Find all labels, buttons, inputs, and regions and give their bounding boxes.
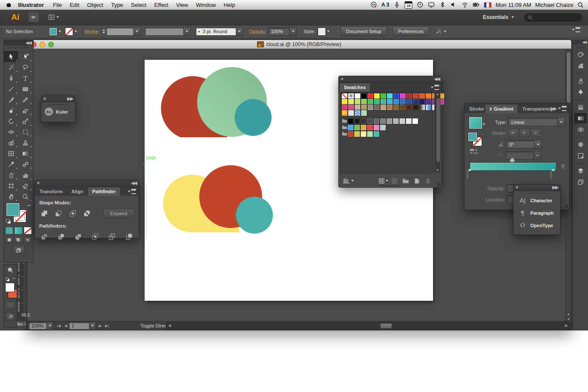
free-transform-tool[interactable] — [18, 127, 32, 137]
color-mode-none[interactable] — [24, 227, 32, 235]
expand-icon[interactable]: ▶▶ — [67, 96, 73, 102]
app-badge-icon[interactable]: A 3 — [381, 1, 389, 9]
swatch[interactable] — [419, 104, 425, 111]
gradient-type-select[interactable]: Linear — [508, 118, 558, 126]
shape-builder-tool[interactable] — [4, 137, 18, 148]
swatch-options-button[interactable] — [391, 176, 398, 185]
swatch[interactable] — [380, 124, 386, 131]
direct-selection-tool[interactable] — [18, 51, 32, 62]
swatch[interactable] — [399, 104, 406, 111]
swatch[interactable] — [347, 131, 354, 137]
panel-menu-icon[interactable] — [128, 189, 136, 194]
scroll-up-arrow[interactable]: ▲ — [567, 312, 570, 315]
draw-inside-button[interactable] — [24, 237, 32, 243]
scroll-up-arrow[interactable]: ▲ — [436, 93, 439, 96]
swap-fill-stroke-icon[interactable] — [26, 203, 32, 210]
stroke-weight-field[interactable] — [106, 28, 134, 36]
page-text-object[interactable]: page — [146, 155, 156, 160]
blob-brush-tool[interactable] — [4, 105, 18, 116]
swatch[interactable] — [399, 118, 405, 124]
menu-edit[interactable]: Edit — [66, 2, 83, 8]
dock-group-grip[interactable] — [576, 136, 585, 139]
bridge-button[interactable]: Br — [29, 13, 38, 22]
symbols-panel-button[interactable] — [575, 87, 587, 97]
scroll-left-arrow[interactable]: ◀ — [168, 324, 171, 327]
swatch[interactable] — [341, 110, 348, 116]
swatch[interactable] — [354, 124, 360, 131]
zoom-tool[interactable] — [18, 191, 32, 202]
swatches-panel-header[interactable]: × ◀◀ — [339, 76, 442, 83]
default-fill-stroke-icon[interactable] — [6, 218, 11, 226]
color-group-folder-icon[interactable] — [341, 124, 347, 130]
menu-object[interactable]: Object — [83, 2, 107, 8]
dock-header[interactable]: ◀◀ — [573, 40, 588, 45]
tab-align[interactable]: Align — [67, 187, 88, 196]
stroke-color-dropdown[interactable] — [73, 28, 78, 35]
swatch[interactable] — [393, 104, 399, 111]
character-panel-item[interactable]: A|Character — [514, 194, 560, 207]
scroll-right-arrow[interactable]: ▶ — [565, 324, 568, 327]
dock-group-grip[interactable] — [576, 99, 585, 101]
swatch[interactable] — [373, 131, 380, 137]
draw-behind-button[interactable] — [14, 237, 22, 243]
paragraph-panel-item[interactable]: ¶Paragraph — [514, 207, 560, 219]
color-group-folder-icon[interactable] — [341, 118, 347, 123]
color-guide-panel-button[interactable] — [575, 61, 587, 71]
flag-france-icon[interactable] — [484, 1, 492, 9]
swatch[interactable] — [367, 124, 373, 131]
column-graph-tool[interactable] — [18, 170, 32, 180]
layers-panel-button[interactable] — [575, 166, 587, 176]
resize-handle[interactable] — [380, 185, 399, 187]
unite-button[interactable] — [39, 209, 49, 218]
swatch[interactable] — [367, 118, 373, 124]
brushes-panel-button[interactable] — [575, 76, 587, 86]
opacity-link[interactable]: Opacity: — [249, 29, 266, 34]
calendar-icon[interactable]: 18 — [405, 1, 412, 9]
menu-illustrator[interactable]: Illustrator — [14, 2, 49, 8]
dock-group-grip[interactable] — [576, 73, 585, 75]
zoom-level-field[interactable]: 100% — [29, 322, 47, 330]
swatch[interactable] — [373, 124, 380, 131]
creative-cloud-icon[interactable] — [370, 1, 377, 9]
type-panel-header[interactable]: × ▶▶ — [514, 185, 560, 191]
tab-transform[interactable]: Transform — [35, 187, 67, 196]
menu-help[interactable]: Help — [220, 2, 239, 8]
eyedropper-tool[interactable] — [4, 159, 18, 170]
kuler-panel-item[interactable]: ku Kuler — [41, 105, 75, 118]
width-profile-dropdown[interactable] — [184, 27, 191, 36]
swatch[interactable] — [406, 104, 412, 111]
trim-button[interactable] — [56, 232, 66, 241]
pen-tool[interactable] — [4, 73, 18, 83]
lasso-tool[interactable] — [18, 62, 32, 73]
swatch[interactable] — [387, 104, 393, 111]
stroke-gradient-along-button[interactable] — [520, 129, 530, 137]
close-icon[interactable]: × — [516, 185, 518, 190]
magic-wand-tool[interactable] — [4, 62, 18, 73]
screen-mode-button[interactable] — [12, 246, 25, 254]
blend-tool[interactable] — [18, 159, 32, 170]
swatch[interactable] — [380, 118, 386, 124]
swatch[interactable] — [380, 104, 387, 111]
panel-menu-icon[interactable] — [558, 106, 566, 111]
gradient-tool[interactable] — [18, 148, 32, 159]
secondary-fill-swatch[interactable] — [5, 283, 15, 292]
swatch[interactable] — [354, 131, 360, 137]
select-similar-button[interactable] — [435, 28, 446, 35]
swatch[interactable] — [348, 110, 354, 116]
opacity-dropdown[interactable] — [290, 27, 297, 36]
document-setup-button[interactable]: Document Setup — [340, 27, 387, 36]
tab-gradient[interactable]: Gradient — [485, 104, 518, 113]
color-panel-button[interactable] — [575, 49, 587, 60]
swatches-scrollbar[interactable]: ▲ ▼ — [434, 92, 440, 173]
swatch[interactable] — [386, 118, 393, 124]
perspective-grid-tool[interactable] — [18, 137, 32, 148]
dock-group-grip[interactable] — [576, 163, 585, 165]
vertical-scrollbar-thumb[interactable] — [566, 52, 571, 103]
width-profile-field[interactable] — [145, 28, 184, 36]
artboards-panel-button[interactable] — [575, 177, 587, 187]
apple-menu-icon[interactable] — [5, 2, 12, 8]
opentype-panel-item[interactable]: OOpenType — [514, 219, 560, 231]
secondary-screen-mode-button[interactable] — [6, 313, 15, 321]
mesh-tool[interactable] — [4, 148, 18, 159]
tools-panel-grip[interactable] — [9, 47, 28, 49]
